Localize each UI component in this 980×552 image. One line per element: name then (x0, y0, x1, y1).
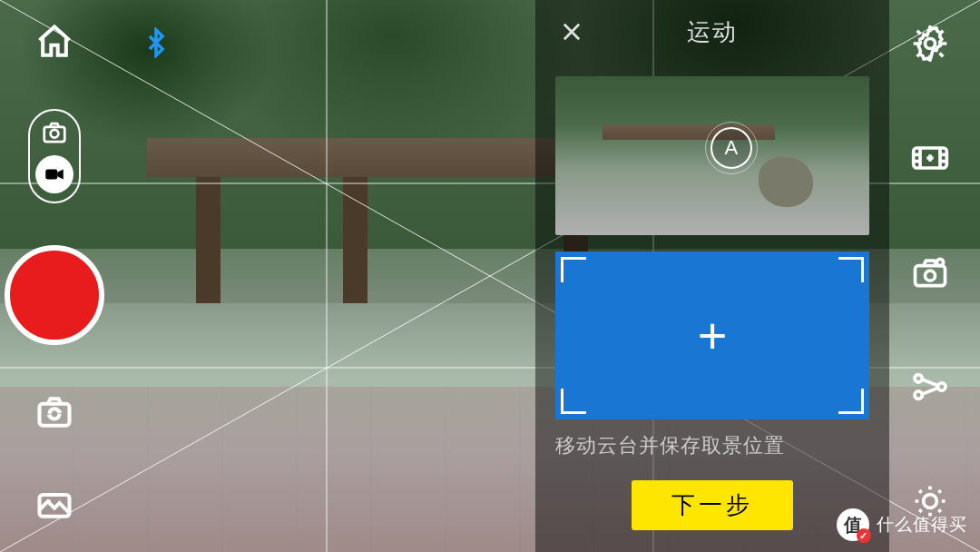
home-button[interactable] (29, 16, 80, 67)
switch-camera-button[interactable] (29, 387, 80, 438)
add-position-frame[interactable]: + (555, 251, 869, 419)
film-effects-button[interactable] (905, 133, 956, 183)
settings-button[interactable] (905, 18, 956, 69)
camera-settings-button[interactable] (905, 247, 956, 298)
svg-point-17 (915, 375, 922, 382)
gallery-button[interactable] (29, 479, 80, 530)
panel-hint: 移动云台并保存取景位置 (555, 432, 869, 459)
photo-mode-icon (41, 119, 68, 150)
panel-body: A + 移动云台并保存取景位置 下一步 (535, 64, 889, 552)
svg-point-15 (926, 271, 936, 281)
right-toolbar (898, 0, 962, 552)
record-button[interactable] (5, 245, 104, 345)
svg-point-11 (46, 499, 51, 504)
watermark-text: 什么值得买 (877, 513, 967, 537)
frame-corner (561, 257, 586, 282)
nodes-button[interactable] (905, 361, 956, 412)
panel-close-button[interactable] (552, 12, 592, 52)
frame-corner (561, 389, 586, 414)
svg-point-20 (924, 495, 937, 508)
svg-point-7 (51, 130, 59, 138)
frame-corner (838, 257, 864, 282)
svg-point-18 (915, 391, 922, 399)
watermark-badge: 值 (837, 508, 869, 541)
plus-icon: + (698, 310, 728, 361)
position-marker-a: A (710, 127, 752, 169)
svg-point-16 (936, 259, 943, 265)
saved-position-a[interactable]: A (555, 76, 869, 235)
capture-mode-toggle[interactable] (28, 109, 81, 203)
frame-corner (838, 389, 864, 414)
video-mode-icon (35, 155, 74, 193)
svg-point-19 (938, 383, 946, 390)
next-button[interactable]: 下一步 (632, 480, 793, 530)
left-toolbar (18, 0, 91, 552)
bluetooth-icon (141, 27, 172, 62)
panel-header: 运动 (535, 0, 889, 64)
svg-point-12 (926, 39, 936, 49)
svg-rect-8 (45, 170, 57, 180)
motion-panel: 运动 A + 移动云台并保存取景位置 下一步 (535, 0, 889, 552)
watermark: 值 什么值得买 (837, 508, 967, 541)
svg-rect-14 (916, 266, 946, 286)
